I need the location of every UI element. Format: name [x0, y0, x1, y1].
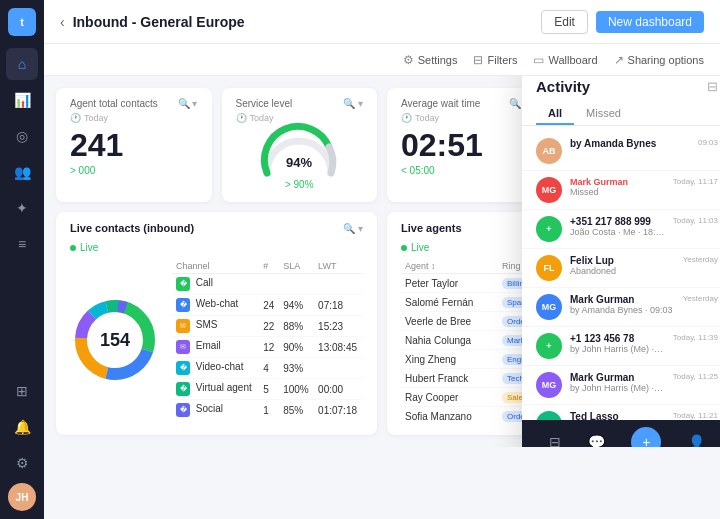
agent-col-name: Agent ↕	[401, 259, 498, 274]
wallboard-toolbar-item[interactable]: ▭ Wallboard	[533, 53, 597, 67]
live-contacts-title: Live contacts (inbound)	[70, 222, 194, 234]
sla-cell: 85%	[279, 400, 314, 421]
sidebar-item-home[interactable]: ⌂	[6, 48, 38, 80]
activity-content: Mark Gurman by Amanda Bynes · 09:03	[570, 294, 675, 315]
sla-cell: 90%	[279, 337, 314, 358]
list-item[interactable]: TL Ted Lasso by Anna Gomes · 12:56 Today…	[522, 405, 720, 420]
channel-icon: �	[176, 277, 190, 291]
activity-avatar: MG	[536, 177, 562, 203]
new-dashboard-button[interactable]: New dashboard	[596, 11, 704, 33]
metric-subtitle-contacts: 🕐Today	[70, 113, 198, 123]
topbar-left: ‹ Inbound - General Europe	[60, 14, 245, 30]
metric-icons-service: 🔍 ▾	[343, 98, 363, 109]
back-arrow-icon[interactable]: ‹	[60, 14, 65, 30]
activity-name: Felix Lup	[570, 255, 675, 266]
col-channel: Channel	[172, 259, 259, 274]
tab-missed[interactable]: Missed	[574, 103, 633, 125]
page-title: Inbound - General Europe	[73, 14, 245, 30]
channel-cell: � Call	[172, 274, 259, 295]
activity-time: Today, 11:39	[673, 333, 718, 342]
list-item[interactable]: AB by Amanda Bynes 09:03	[522, 132, 720, 171]
activity-tabs: All Missed	[522, 103, 720, 126]
activity-filter-icon[interactable]: ⊟	[707, 79, 718, 94]
list-item[interactable]: + +351 217 888 999 João Costa · Me · 18:…	[522, 210, 720, 249]
sidebar-item-chart[interactable]: 📊	[6, 84, 38, 116]
sidebar-item-settings[interactable]: ⚙	[6, 447, 38, 479]
lwt-cell	[314, 358, 363, 379]
metric-title-contacts: Agent total contacts	[70, 98, 158, 109]
sidebar-item-users[interactable]: 👥	[6, 156, 38, 188]
activity-title: Activity	[536, 78, 590, 95]
sidebar-item-grid[interactable]: ⊞	[6, 375, 38, 407]
live-agents-title: Live agents	[401, 222, 462, 234]
sidebar-item-puzzle[interactable]: ✦	[6, 192, 38, 224]
agent-name-cell: Hubert Franck	[401, 369, 498, 388]
channel-name: Web-chat	[196, 298, 239, 309]
channel-icon: �	[176, 403, 190, 417]
channel-icon: �	[176, 361, 190, 375]
activity-time: Today, 11:17	[673, 177, 718, 186]
channel-cell: � Web-chat	[172, 295, 259, 316]
metric-trend-service: > 90%	[285, 179, 314, 190]
filters-label: Filters	[487, 54, 517, 66]
lwt-cell	[314, 274, 363, 295]
table-row: � Virtual agent 5 100% 00:00	[172, 379, 363, 400]
avatar[interactable]: JH	[8, 483, 36, 511]
sidebar-item-bell[interactable]: 🔔	[6, 411, 38, 443]
sidebar: t ⌂ 📊 ◎ 👥 ✦ ≡ ⊞ 🔔 ⚙ JH	[0, 0, 44, 519]
agent-name-cell: Nahia Colunga	[401, 331, 498, 350]
agent-name-cell: Salomé Fernán	[401, 293, 498, 312]
sharing-label: Sharing options	[628, 54, 704, 66]
list-item[interactable]: MG Mark Gurman Missed Today, 11:17	[522, 171, 720, 210]
activity-time: Today, 11:25	[673, 372, 718, 381]
channel-cell: � Virtual agent	[172, 379, 259, 400]
list-item[interactable]: FL Felix Lup Abandoned Yesterday	[522, 249, 720, 288]
list-item[interactable]: MG Mark Gurman by John Harris (Me) · 11:…	[522, 366, 720, 405]
channel-cell: ✉ Email	[172, 337, 259, 358]
col-lwt: LWT	[314, 259, 363, 274]
channel-name: SMS	[196, 319, 218, 330]
live-contacts-icons: 🔍 ▾	[343, 223, 363, 234]
activity-name: Mark Gurman	[570, 177, 665, 187]
activity-content: +1 123 456 78 by John Harris (Me) · 03:4…	[570, 333, 665, 354]
activity-header: Activity ⊟	[522, 76, 720, 95]
fab-button[interactable]: +	[631, 427, 661, 447]
count-cell	[259, 274, 279, 295]
metric-title-service: Service level	[236, 98, 293, 109]
live-agents-dot	[401, 245, 407, 251]
filters-toolbar-item[interactable]: ⊟ Filters	[473, 53, 517, 67]
channel-cell: � Video-chat	[172, 358, 259, 379]
chat-icon[interactable]: 💬	[588, 434, 605, 447]
table-row: � Social 1 85% 01:07:18	[172, 400, 363, 421]
list-item[interactable]: MG Mark Gurman by Amanda Bynes · 09:03 Y…	[522, 288, 720, 327]
tab-all[interactable]: All	[536, 103, 574, 125]
activity-sub: Abandoned	[570, 266, 675, 276]
profile-icon[interactable]: 👤	[688, 434, 705, 447]
metric-card-total-contacts: Agent total contacts 🔍 ▾ 🕐Today 241 > 00…	[56, 88, 212, 202]
sidebar-item-layers[interactable]: ≡	[6, 228, 38, 260]
table-row: ✉ SMS 22 88% 15:23	[172, 316, 363, 337]
agent-name-cell: Veerle de Bree	[401, 312, 498, 331]
activity-avatar: FL	[536, 255, 562, 281]
edit-button[interactable]: Edit	[541, 10, 588, 34]
activity-name: by Amanda Bynes	[570, 138, 690, 149]
count-cell: 4	[259, 358, 279, 379]
activity-sub: by Amanda Bynes · 09:03	[570, 305, 675, 315]
count-cell: 1	[259, 400, 279, 421]
sidebar-item-target[interactable]: ◎	[6, 120, 38, 152]
activity-name: Mark Gurman	[570, 294, 675, 305]
dashboard: Agent total contacts 🔍 ▾ 🕐Today 241 > 00…	[44, 76, 720, 447]
svg-text:94%: 94%	[286, 155, 312, 170]
live-contacts-header: Live contacts (inbound) 🔍 ▾	[70, 222, 363, 234]
app-logo: t	[8, 8, 36, 36]
settings-label: Settings	[418, 54, 458, 66]
wallboard-label: Wallboard	[548, 54, 597, 66]
settings-toolbar-item[interactable]: ⚙ Settings	[403, 53, 458, 67]
channel-name: Social	[196, 403, 223, 414]
sharing-toolbar-item[interactable]: ↗ Sharing options	[614, 53, 704, 67]
topbar: ‹ Inbound - General Europe Edit New dash…	[44, 0, 720, 44]
count-cell: 5	[259, 379, 279, 400]
activity-content: +351 217 888 999 João Costa · Me · 18:45	[570, 216, 665, 237]
queue-icon[interactable]: ⊟	[549, 434, 561, 447]
list-item[interactable]: + +1 123 456 78 by John Harris (Me) · 03…	[522, 327, 720, 366]
